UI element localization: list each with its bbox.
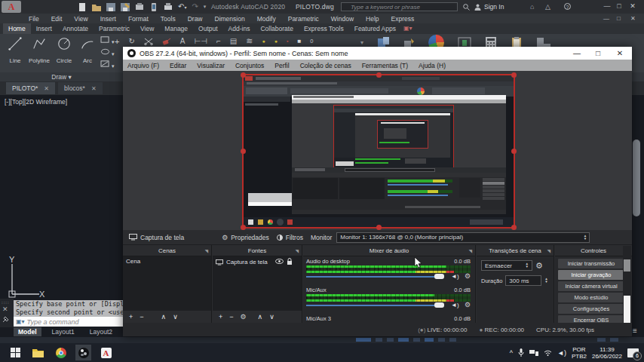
obs-menu-conjuntos[interactable]: Conjuntos [235, 62, 264, 69]
redo-icon[interactable]: ↷ [192, 3, 198, 11]
arc-tool[interactable]: Arc [76, 36, 99, 66]
pin-icon[interactable]: ◥ [204, 248, 208, 253]
rotate-icon[interactable]: ↻ [128, 37, 134, 45]
ellipse-tool[interactable]: ▾ [100, 48, 114, 57]
monitor-select[interactable]: Monitor 1: 1366x768 @ 0,0 (Monitor princ… [336, 232, 590, 243]
close-tab-icon[interactable]: ✕ [44, 85, 49, 92]
autocad-logo-icon[interactable]: A [2, 1, 21, 13]
layer-lock-icon[interactable]: ▪ [287, 38, 288, 44]
source-down-button[interactable]: ∨ [269, 313, 274, 321]
draw-panel-label[interactable]: Draw ▾ [0, 72, 123, 81]
transition-gear-icon[interactable]: ⚙ [535, 261, 543, 271]
clock[interactable]: 11:39 26/06/2022 [592, 346, 622, 360]
source-properties-button[interactable]: ⚙ [241, 313, 247, 321]
source-up-button[interactable]: ∧ [258, 313, 263, 321]
search-input[interactable]: Type a keyword or phrase [341, 2, 458, 11]
new-file-icon[interactable] [78, 3, 87, 11]
doc-tab-piloto[interactable]: PILOTO*✕ [6, 82, 55, 94]
obs-menu-visualizar[interactable]: Visualizar [197, 62, 225, 69]
print-icon[interactable] [164, 3, 173, 11]
sources-list[interactable]: Captura de tela [213, 256, 302, 311]
selected-source[interactable]: Captura de tela [129, 234, 184, 241]
scene-down-button[interactable]: ∨ [173, 313, 178, 321]
duration-input[interactable]: 300 ms [505, 275, 541, 286]
table-icon[interactable]: ▤ [230, 37, 237, 45]
tab-output[interactable]: Output [193, 23, 223, 34]
tab-featured-apps[interactable]: Featured Apps [349, 23, 401, 34]
start-recording-button[interactable]: Iniciar gravação [558, 270, 624, 280]
wifi-icon[interactable] [544, 350, 552, 356]
tab-insert[interactable]: Insert [31, 23, 57, 34]
dimension-icon[interactable]: ⊢⊣ [195, 37, 207, 45]
tab-annotate[interactable]: Annotate [57, 23, 94, 34]
rectangle-tool[interactable]: ▾ [100, 35, 114, 45]
obs-menu-ajuda[interactable]: Ajuda (H) [419, 62, 446, 69]
app-minimize-button[interactable]: — [601, 2, 613, 10]
menu-view[interactable]: View [74, 15, 87, 23]
menu-dimension[interactable]: Dimension [215, 15, 245, 23]
layout2-tab[interactable]: Layout2 [85, 327, 117, 336]
plot-icon[interactable] [135, 3, 144, 11]
viewport-label[interactable]: [-][Top][2D Wireframe] [5, 98, 67, 106]
trim-icon[interactable] [144, 38, 153, 45]
pin-icon[interactable]: ◥ [468, 248, 472, 253]
text-icon[interactable]: A [180, 37, 186, 45]
tab-collaborate[interactable]: Collaborate [255, 23, 298, 34]
doc-minimize-button[interactable]: — [603, 15, 609, 22]
layer-icon[interactable]: ≋ [246, 36, 253, 46]
search-icon[interactable] [463, 4, 470, 11]
layer-on-icon[interactable]: ● [262, 38, 265, 44]
model-tab[interactable]: Model [14, 327, 41, 336]
layout1-tab[interactable]: Layout1 [48, 327, 79, 336]
menu-draw[interactable]: Draw [188, 15, 203, 23]
source-item[interactable]: Captura de tela [213, 256, 302, 268]
obs-menu-ferramentas[interactable]: Ferramentas (T) [362, 62, 408, 69]
tab-parametric[interactable]: Parametric [94, 23, 135, 34]
polyline-tool[interactable]: Polyline [28, 36, 51, 66]
autocad-taskbar-icon[interactable]: A [98, 345, 114, 360]
tab-manage[interactable]: Manage [159, 23, 193, 34]
add-source-button[interactable]: + [219, 313, 222, 321]
help-icon[interactable]: ? [564, 3, 571, 10]
tab-view[interactable]: View [135, 23, 159, 34]
scenes-list[interactable]: Cena [123, 256, 211, 311]
channel-gear-icon[interactable]: ⚙ [465, 272, 471, 280]
app-maximize-button[interactable]: □ [613, 2, 625, 10]
status-menu-icon[interactable]: ≡ [633, 327, 642, 336]
obs-maximize-button[interactable]: □ [591, 49, 605, 57]
volume-icon[interactable]: ◄) [557, 349, 566, 357]
mobile-icon[interactable] [149, 3, 158, 11]
tab-express-tools[interactable]: Express Tools [299, 23, 349, 34]
notification-icon[interactable] [627, 348, 639, 357]
save-as-icon[interactable] [121, 3, 130, 11]
microphone-icon[interactable] [518, 348, 524, 357]
tray-expand-icon[interactable]: ^ [510, 349, 513, 357]
menu-parametric[interactable]: Parametric [288, 15, 319, 23]
start-streaming-button[interactable]: Iniciar transmissão [558, 259, 624, 268]
erase-icon[interactable] [162, 38, 171, 45]
menu-file[interactable]: File [29, 15, 39, 23]
tab-add-ins[interactable]: Add-ins [223, 23, 256, 34]
duration-spinner[interactable]: ▲▼ [544, 278, 547, 284]
mute-speaker-icon[interactable]: ◄) [451, 302, 459, 308]
hatch-tool[interactable]: ▾ [100, 60, 114, 69]
menu-tools[interactable]: Tools [161, 15, 176, 23]
mute-speaker-icon[interactable]: ◄) [451, 273, 459, 280]
start-virtual-camera-button[interactable]: Iniciar câmera virtual [558, 281, 624, 291]
cart-icon[interactable]: ⌂ [530, 3, 534, 11]
line-tool[interactable]: Line [4, 36, 26, 66]
capture-preview[interactable] [244, 75, 514, 227]
save-icon[interactable] [106, 3, 115, 11]
undo-icon[interactable]: ↶▾ [178, 3, 186, 11]
remove-scene-button[interactable]: − [140, 313, 143, 321]
obs-menu-perfil[interactable]: Perfil [274, 62, 289, 69]
app-close-button[interactable]: ✕ [627, 2, 639, 10]
transition-select[interactable]: Esmaecer▲▼ [481, 260, 532, 271]
obs-menu-arquivo[interactable]: Arquivo (F) [127, 62, 159, 69]
qat-dropdown-icon[interactable]: ▾ [204, 4, 207, 10]
scene-up-button[interactable]: ∧ [161, 313, 167, 321]
studio-mode-button[interactable]: Modo estúdio [558, 293, 624, 302]
file-explorer-icon[interactable] [30, 345, 46, 360]
lock-icon[interactable] [287, 258, 293, 266]
sign-in-link[interactable]: Sign In [484, 3, 504, 11]
